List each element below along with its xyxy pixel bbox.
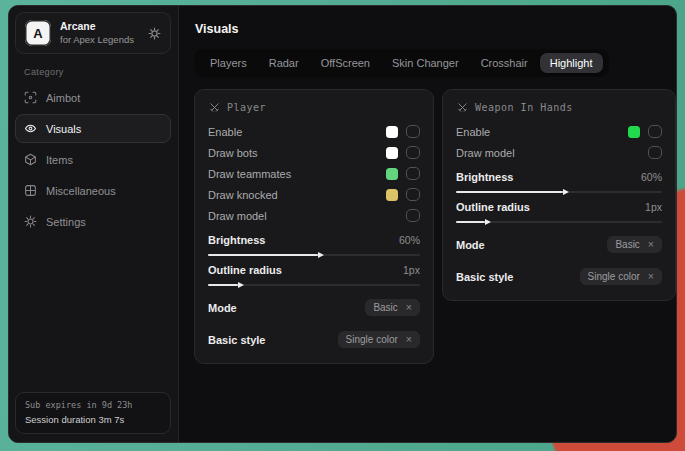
slider-block: Brightness 60% xyxy=(456,171,662,193)
slider-thumb[interactable] xyxy=(318,252,324,258)
toggle-label: Enable xyxy=(456,126,490,138)
toggle-row: Draw bots xyxy=(208,142,420,163)
slider-track[interactable] xyxy=(456,191,662,193)
tab-crosshair[interactable]: Crosshair xyxy=(471,53,538,73)
tag-text: Single color xyxy=(346,334,398,345)
checkbox[interactable] xyxy=(406,146,420,159)
slider-value: 1px xyxy=(403,264,420,276)
sub-expiry-text: Sub expires in 9d 23h xyxy=(25,400,161,410)
slider-value: 60% xyxy=(399,234,420,246)
sidebar-item-items[interactable]: Items xyxy=(15,145,171,174)
slider-value: 1px xyxy=(645,201,662,213)
app-logo: A xyxy=(25,20,51,46)
panel-title: Player xyxy=(227,102,266,113)
sidebar-item-aimbot[interactable]: Aimbot xyxy=(15,83,171,112)
select-row: Basic style Single color × xyxy=(456,266,662,287)
slider-thumb[interactable] xyxy=(485,219,491,225)
slider-label: Brightness xyxy=(208,234,265,246)
basic-style-tag[interactable]: Single color × xyxy=(338,331,420,348)
select-row: Mode Basic × xyxy=(208,297,420,318)
brand-title: Arcane xyxy=(60,20,134,33)
main-content: Visuals Players Radar OffScreen Skin Cha… xyxy=(179,6,676,442)
sidebar-item-miscellaneous[interactable]: Miscellaneous xyxy=(15,176,171,205)
sidebar-nav: Aimbot Visuals xyxy=(9,82,178,237)
slider-track[interactable] xyxy=(208,284,420,286)
tab-offscreen[interactable]: OffScreen xyxy=(311,53,380,73)
weapon-in-hands-panel: Weapon In Hands Enable Draw model xyxy=(442,89,676,301)
crossed-swords-icon xyxy=(209,102,220,113)
tab-radar[interactable]: Radar xyxy=(259,53,309,73)
toggle-row: Draw teammates xyxy=(208,163,420,184)
slider-track[interactable] xyxy=(208,254,420,256)
toggle-row: Draw model xyxy=(456,142,662,163)
tag-text: Single color xyxy=(588,271,640,282)
toggle-label: Draw model xyxy=(208,210,267,222)
mode-tag[interactable]: Basic × xyxy=(607,236,662,253)
slider-thumb[interactable] xyxy=(238,282,244,288)
slider-thumb[interactable] xyxy=(563,189,569,195)
mode-tag[interactable]: Basic × xyxy=(365,299,420,316)
slider-label: Brightness xyxy=(456,171,513,183)
brand-text: Arcane for Apex Legends xyxy=(60,20,134,46)
tab-players[interactable]: Players xyxy=(200,53,257,73)
toggle-row: Draw model xyxy=(208,205,420,226)
color-swatch[interactable] xyxy=(628,126,640,138)
tab-skin-changer[interactable]: Skin Changer xyxy=(382,53,469,73)
sidebar-item-settings[interactable]: Settings xyxy=(15,207,171,236)
gear-icon[interactable] xyxy=(148,27,161,40)
panel-header: Weapon In Hands xyxy=(457,102,662,113)
tag-remove-icon[interactable]: × xyxy=(406,302,412,313)
panel-title: Weapon In Hands xyxy=(475,102,573,113)
color-swatch[interactable] xyxy=(386,168,398,180)
items-cube-icon xyxy=(24,153,37,166)
slider-label: Outline radius xyxy=(208,264,282,276)
aimbot-crosshair-icon xyxy=(24,91,37,104)
toggle-label: Draw model xyxy=(456,147,515,159)
color-swatch[interactable] xyxy=(386,189,398,201)
toggle-label: Enable xyxy=(208,126,242,138)
tab-highlight[interactable]: Highlight xyxy=(540,53,603,73)
checkbox[interactable] xyxy=(406,125,420,138)
tab-bar: Players Radar OffScreen Skin Changer Cro… xyxy=(194,49,609,77)
category-label: Category xyxy=(24,67,178,77)
checkbox[interactable] xyxy=(648,146,662,159)
toggle-label: Draw bots xyxy=(208,147,258,159)
select-label: Basic style xyxy=(456,271,513,283)
panels-row: Player Enable Draw bots xyxy=(194,89,676,364)
slider-block: Outline radius 1px xyxy=(456,201,662,223)
app-window: A Arcane for Apex Legends Category xyxy=(8,5,677,443)
subscription-card: Sub expires in 9d 23h Session duration 3… xyxy=(15,392,171,434)
tag-remove-icon[interactable]: × xyxy=(648,271,654,282)
checkbox[interactable] xyxy=(406,188,420,201)
checkbox[interactable] xyxy=(406,167,420,180)
checkbox[interactable] xyxy=(648,125,662,138)
visuals-eye-icon xyxy=(24,122,37,135)
toggle-row: Enable xyxy=(456,121,662,142)
sidebar-item-label: Miscellaneous xyxy=(46,185,116,197)
sidebar-item-label: Items xyxy=(46,154,73,166)
select-label: Basic style xyxy=(208,334,265,346)
toggle-row: Enable xyxy=(208,121,420,142)
checkbox[interactable] xyxy=(406,209,420,222)
tag-remove-icon[interactable]: × xyxy=(648,239,654,250)
tag-text: Basic xyxy=(615,239,639,250)
sidebar-item-label: Aimbot xyxy=(46,92,80,104)
sidebar-item-label: Settings xyxy=(46,216,86,228)
color-swatch[interactable] xyxy=(386,126,398,138)
misc-grid-icon xyxy=(24,184,37,197)
color-swatch[interactable] xyxy=(386,147,398,159)
sidebar-item-visuals[interactable]: Visuals xyxy=(15,114,171,143)
crossed-swords-icon xyxy=(457,102,468,113)
toggle-label: Draw knocked xyxy=(208,189,278,201)
sidebar-item-label: Visuals xyxy=(46,123,81,135)
tag-remove-icon[interactable]: × xyxy=(406,334,412,345)
sidebar: A Arcane for Apex Legends Category xyxy=(9,6,179,442)
game-background: A Arcane for Apex Legends Category xyxy=(0,0,685,451)
basic-style-tag[interactable]: Single color × xyxy=(580,268,662,285)
brand-subtitle: for Apex Legends xyxy=(60,34,134,46)
select-row: Basic style Single color × xyxy=(208,329,420,350)
slider-value: 60% xyxy=(641,171,662,183)
panel-header: Player xyxy=(209,102,420,113)
select-label: Mode xyxy=(456,239,485,251)
slider-track[interactable] xyxy=(456,221,662,223)
